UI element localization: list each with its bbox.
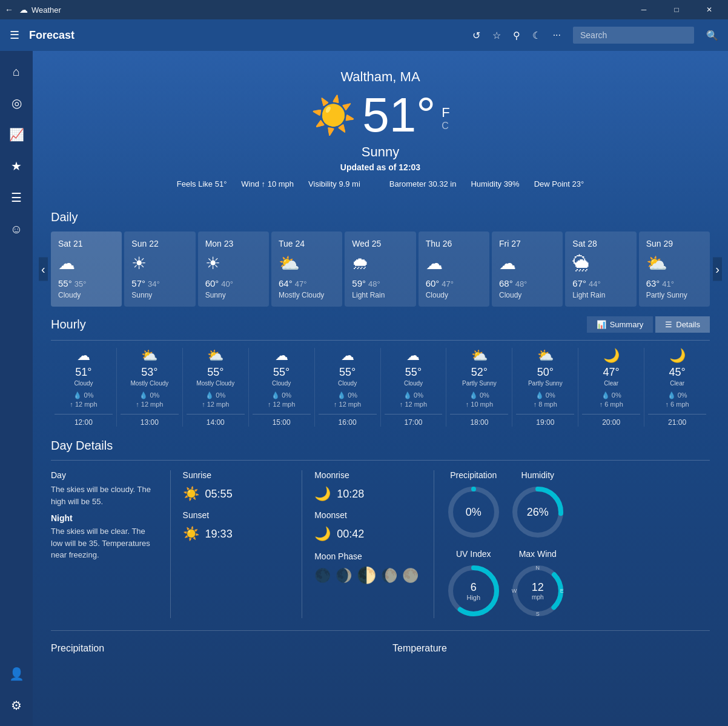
- daily-icon: ☁: [58, 253, 114, 273]
- daily-card-5[interactable]: Thu 26 ☁ 60°47° Cloudy: [419, 231, 489, 307]
- sidebar-item-favorites[interactable]: ★: [0, 150, 33, 182]
- hourly-time: 20:00: [582, 414, 640, 427]
- hourly-temp: 52°: [471, 366, 488, 379]
- hourly-wind: ↑ 12 mph: [268, 401, 295, 408]
- compass-east: E: [560, 588, 564, 594]
- hourly-item-6: ⛅ 52° Partly Sunny 💧 0% ↑ 10 mph 18:00: [446, 348, 512, 427]
- precipitation-bottom-col: Precipitation: [51, 643, 368, 659]
- sidebar-item-home[interactable]: ⌂: [0, 56, 33, 87]
- daily-icon: 🌧: [352, 253, 408, 273]
- header-actions: ↺ ☆ ⚲ ☾ ··· 🔍: [472, 27, 718, 44]
- details-view-button[interactable]: ☰ Details: [655, 316, 710, 333]
- compass-south: S: [536, 611, 540, 617]
- daily-card-6[interactable]: Fri 27 ☁ 68°48° Cloudy: [492, 231, 563, 307]
- hourly-precip: 💧 0%: [601, 391, 621, 399]
- daily-card-3[interactable]: Tue 24 ⛅ 64°47° Mostly Cloudy: [271, 231, 342, 307]
- daily-card-0[interactable]: Sat 21 ☁ 55°35° Cloudy: [51, 231, 122, 307]
- day-night-col: Day The skies will be cloudy. The high w…: [51, 470, 171, 618]
- refresh-icon[interactable]: ↺: [472, 30, 480, 41]
- uv-value: 6 High: [466, 581, 480, 601]
- sidebar-item-map[interactable]: ◎: [0, 87, 33, 119]
- humidity-detail: Humidity 39%: [471, 179, 519, 188]
- daily-card-1[interactable]: Sun 22 ☀ 57°34° Sunny: [124, 231, 195, 307]
- visibility-detail: Visibility 9.9 mi: [308, 179, 360, 188]
- moon-phase-label: Moon Phase: [314, 551, 422, 561]
- moonset-item: 🌙 00:42: [314, 526, 422, 542]
- compass-west: W: [512, 588, 517, 594]
- hourly-item-0: ☁ 51° Cloudy 💧 0% ↑ 12 mph 12:00: [51, 348, 117, 427]
- daily-condition: Light Rain: [572, 291, 629, 299]
- hourly-divider: [51, 340, 710, 341]
- daily-card-7[interactable]: Sat 28 🌦 67°44° Light Rain: [565, 231, 636, 307]
- daily-temps: 55°35°: [58, 278, 114, 288]
- temp-unit: F C: [442, 105, 449, 132]
- daily-condition: Sunny: [205, 291, 262, 299]
- window-controls: ─ □ ✕: [630, 0, 723, 19]
- night-mode-icon[interactable]: ☾: [532, 30, 541, 41]
- daily-date: Wed 25: [352, 239, 408, 248]
- moon-phase-1: 🌑: [314, 568, 331, 584]
- sidebar-item-news[interactable]: ☰: [0, 182, 33, 213]
- sunset-item: ☀️ 19:33: [183, 526, 290, 542]
- hourly-temp: 53°: [141, 366, 157, 379]
- hourly-temp: 45°: [669, 366, 685, 379]
- sidebar-item-alerts[interactable]: ☺: [0, 213, 33, 245]
- daily-icon: ☁: [499, 253, 555, 273]
- hourly-precip: 💧 0%: [271, 391, 291, 399]
- daily-temps: 60°47°: [426, 278, 482, 288]
- current-weather: Waltham, MA ☀️ 51° F C Sunny Updated as …: [51, 63, 710, 201]
- sidebar-item-chart[interactable]: 📈: [0, 119, 33, 150]
- humidity-value: 26%: [527, 506, 549, 519]
- wind-gauge-label: Max Wind: [519, 549, 557, 559]
- feels-like-label: Feels Like 51°: [177, 179, 227, 188]
- precipitation-bottom-label: Precipitation: [51, 643, 368, 654]
- daily-scroll-left[interactable]: ‹: [39, 258, 48, 281]
- sidebar-item-account[interactable]: 👤: [0, 658, 33, 690]
- daily-icon: ☀: [131, 253, 188, 273]
- day-label: Day: [51, 470, 158, 480]
- pin-icon[interactable]: ⚲: [513, 30, 520, 41]
- app-title: Weather: [31, 5, 630, 15]
- humidity-gauge: Humidity 26%: [511, 470, 565, 539]
- moon-phase-4: 🌔: [381, 568, 397, 584]
- hourly-temp: 55°: [207, 366, 223, 379]
- hourly-temp: 55°: [405, 366, 422, 379]
- moonset-icon: 🌙: [314, 526, 331, 542]
- back-button[interactable]: ←: [5, 5, 13, 15]
- hourly-precip: 💧 0%: [403, 391, 423, 399]
- hourly-grid: ☁ 51° Cloudy 💧 0% ↑ 12 mph 12:00 ⛅ 53° M…: [51, 348, 710, 427]
- daily-date: Mon 23: [205, 239, 262, 248]
- summary-view-button[interactable]: 📊 Summary: [587, 316, 654, 333]
- close-button[interactable]: ✕: [695, 0, 723, 19]
- headerbar: ☰ Forecast ↺ ☆ ⚲ ☾ ··· 🔍: [0, 19, 728, 51]
- maximize-button[interactable]: □: [663, 0, 690, 19]
- more-options-icon[interactable]: ···: [553, 30, 561, 41]
- hourly-temp: 50°: [537, 366, 554, 379]
- menu-button[interactable]: ☰: [10, 28, 19, 42]
- daily-scroll-right[interactable]: ›: [713, 258, 722, 281]
- favorite-icon[interactable]: ☆: [492, 30, 501, 41]
- hourly-icon: ☁: [341, 348, 354, 364]
- temperature-bottom-col: Temperature: [392, 643, 710, 659]
- hourly-time: 17:00: [385, 414, 443, 427]
- daily-card-8[interactable]: Sun 29 ⛅ 63°41° Partly Sunny: [639, 231, 710, 307]
- daily-condition: Cloudy: [426, 291, 482, 299]
- daily-scroll-container: ‹ Sat 21 ☁ 55°35° Cloudy Sun 22 ☀ 57°34°…: [51, 231, 710, 307]
- hourly-item-7: ⛅ 50° Partly Sunny 💧 0% ↑ 8 mph 19:00: [512, 348, 578, 427]
- daily-card-4[interactable]: Wed 25 🌧 59°48° Light Rain: [345, 231, 415, 307]
- compass-north: N: [536, 565, 540, 571]
- location: Waltham, MA: [51, 69, 710, 85]
- daily-date: Sun 29: [646, 239, 703, 248]
- sidebar-item-settings[interactable]: ⚙: [0, 690, 33, 721]
- hourly-condition: Mostly Cloudy: [196, 380, 234, 387]
- minimize-button[interactable]: ─: [630, 0, 658, 19]
- search-button[interactable]: 🔍: [706, 30, 718, 41]
- daily-card-2[interactable]: Mon 23 ☀ 60°40° Sunny: [198, 231, 269, 307]
- humidity-circle: 26%: [511, 485, 565, 539]
- wind-center: 12 mph: [532, 581, 544, 601]
- hourly-condition: Cloudy: [338, 380, 357, 387]
- hourly-precip: 💧 0%: [73, 391, 93, 399]
- day-details-grid: Day The skies will be cloudy. The high w…: [51, 470, 710, 618]
- search-input[interactable]: [573, 27, 694, 44]
- view-toggle: 📊 Summary ☰ Details: [587, 316, 710, 333]
